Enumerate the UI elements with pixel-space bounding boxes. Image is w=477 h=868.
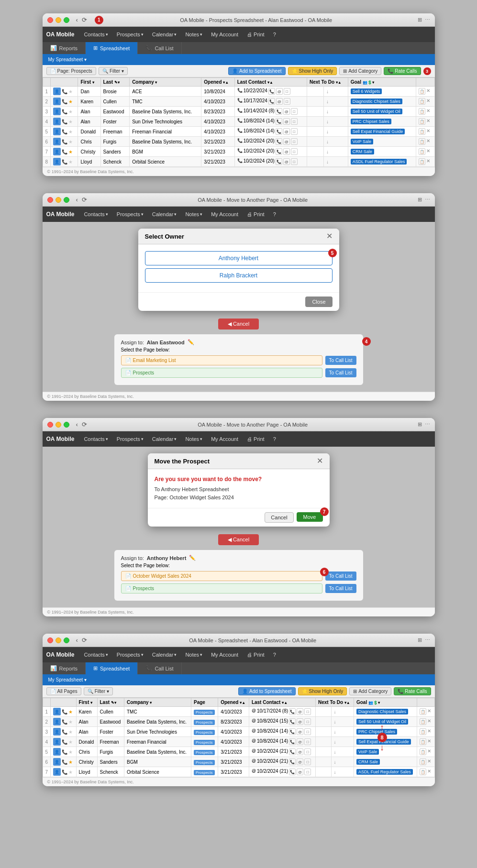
goal-tag[interactable]: Sell 6 Widgets	[351, 88, 382, 94]
nav-myaccount2[interactable]: My Account	[208, 209, 241, 219]
contact-icon-1[interactable]: 📞	[268, 88, 275, 95]
col-first[interactable]: First ▾	[78, 78, 100, 87]
contact-icon-4b[interactable]: @	[297, 718, 303, 725]
avatar4[interactable]: 👤	[53, 748, 61, 756]
maximize-btn[interactable]	[64, 17, 69, 23]
cancel-move-btn[interactable]: Cancel	[265, 512, 293, 523]
copy-icon[interactable]: 📋	[419, 138, 425, 145]
goal-tag4[interactable]: VoIP Sale	[356, 749, 379, 755]
goal-tag[interactable]: Diagnostic Chipset Sales	[351, 99, 402, 104]
col-company4[interactable]: Company ▾	[124, 698, 191, 707]
nav-calendar3[interactable]: Calendar ▾	[149, 434, 180, 444]
rate-calls-btn4[interactable]: 📞 Rate Calls	[394, 687, 431, 695]
col-nexttodo4[interactable]: Next To Do ▾▲	[315, 698, 354, 707]
nav-print1[interactable]: 🖨 Print	[244, 30, 267, 39]
contact-icon-4c[interactable]: □	[304, 718, 311, 725]
goal-tag4[interactable]: ASDL Fuel Regulator Sales	[356, 769, 413, 775]
copy-icon4[interactable]: 📋	[420, 758, 426, 765]
close-btn3[interactable]	[47, 422, 53, 428]
avatar4[interactable]: 👤	[53, 738, 61, 746]
filter-btn1[interactable]: 🔍 Filter ▾	[99, 67, 128, 75]
tab-calllist4[interactable]: 📞 Call List	[138, 662, 181, 674]
contact-icon-4b[interactable]: @	[297, 748, 303, 755]
copy-icon[interactable]: 📋	[419, 148, 425, 155]
star-icon-row[interactable]: ★	[68, 89, 73, 94]
contact-icon-4a[interactable]: 📞	[289, 718, 296, 725]
page-badge[interactable]: Prospects	[194, 740, 215, 745]
nav-calendar1[interactable]: Calendar ▾	[149, 30, 180, 39]
my-spreadsheet-btn4[interactable]: My Spreadsheet ▾	[46, 676, 89, 683]
avatar4[interactable]: 👤	[53, 708, 61, 715]
minimize-btn2[interactable]	[55, 197, 61, 203]
copy-icon4[interactable]: 📋	[420, 769, 426, 775]
copy-icon4[interactable]: 📋	[420, 728, 426, 735]
col-last4[interactable]: Last ✎▾	[97, 698, 124, 707]
minimize-btn4[interactable]	[55, 637, 61, 643]
nav-notes4[interactable]: Notes ▾	[182, 650, 205, 659]
close-btn2[interactable]	[47, 197, 53, 203]
contact-icon-2[interactable]: @	[283, 148, 290, 155]
delete-icon[interactable]: ✕	[426, 148, 430, 155]
contact-icon-1[interactable]: 📞	[276, 138, 282, 145]
tab-calllist1[interactable]: 📞 Call List	[138, 42, 181, 54]
page-badge[interactable]: Prospects	[194, 750, 215, 755]
add-to-spreadsheet-btn1[interactable]: 👤 Add to Spreadsheet	[228, 67, 285, 75]
nav-notes3[interactable]: Notes ▾	[182, 434, 205, 444]
nav-print4[interactable]: 🖨 Print	[244, 650, 267, 659]
to-call-list-btn-prospects3[interactable]: To Call List	[325, 584, 356, 593]
star-icon-row4[interactable]: ★	[68, 709, 73, 714]
tab-spreadsheet1[interactable]: ⊞ Spreadsheet	[86, 42, 138, 54]
edit-icon2[interactable]: ✏️	[188, 339, 194, 345]
modal-close2[interactable]: ✕	[326, 232, 333, 240]
show-high-only-btn4[interactable]: ⭐ Show High Only	[298, 687, 347, 695]
contact-icon-2[interactable]: @	[276, 98, 283, 105]
delete-icon4[interactable]: ✕	[427, 758, 431, 765]
contact-icon-4b[interactable]: @	[297, 758, 303, 765]
copy-icon4[interactable]: 📋	[420, 718, 426, 725]
nav-prospects3[interactable]: Prospects ▾	[114, 434, 146, 444]
contact-icon-2[interactable]: @	[283, 128, 290, 135]
star-icon-row[interactable]: ★	[68, 129, 73, 134]
maximize-btn4[interactable]	[64, 637, 69, 643]
star-icon-row[interactable]: ★	[68, 109, 73, 114]
contact-icon-4a[interactable]: 📞	[289, 708, 296, 715]
page-prospects-btn[interactable]: 📄 Page: Prospects	[46, 67, 96, 75]
contact-icon-4a[interactable]: 📞	[289, 758, 296, 765]
contact-icon-4c[interactable]: □	[304, 738, 311, 745]
goal-tag[interactable]: Sell Expat Financial Guide	[351, 129, 405, 134]
goal-tag[interactable]: Sell 50 Unit of Widget Oil	[351, 109, 402, 114]
owner-anthony-btn[interactable]: Anthony Hebert 5	[145, 251, 333, 265]
contact-icon-4c[interactable]: □	[304, 748, 311, 755]
col-first4[interactable]: First ▾	[76, 698, 97, 707]
nav-notes1[interactable]: Notes ▾	[182, 30, 205, 39]
delete-icon[interactable]: ✕	[426, 118, 430, 125]
col-page4[interactable]: Page	[191, 698, 218, 707]
nav-help3[interactable]: ?	[270, 434, 279, 444]
contact-icon-4a[interactable]: 📞	[289, 728, 296, 735]
contact-icon-4b[interactable]: @	[297, 769, 303, 775]
my-spreadsheet-btn1[interactable]: My Spreadsheet ▾	[46, 56, 89, 63]
col-opened4[interactable]: Opened ▾▲	[218, 698, 249, 707]
avatar[interactable]: 👤	[53, 128, 61, 135]
copy-icon[interactable]: 📋	[419, 88, 425, 95]
contact-icon-4c[interactable]: □	[304, 728, 311, 735]
star-icon-row4[interactable]: ★	[68, 769, 73, 775]
maximize-btn3[interactable]	[64, 422, 69, 428]
contact-icon-2[interactable]: @	[283, 108, 290, 115]
avatar[interactable]: 👤	[53, 88, 61, 95]
contact-icon-3[interactable]: □	[291, 108, 298, 115]
prospects-page-btn3[interactable]: 📄 Prospects	[121, 583, 322, 593]
avatar4[interactable]: 👤	[53, 728, 61, 736]
avatar4[interactable]: 👤	[53, 758, 61, 766]
contact-icon-2[interactable]: @	[283, 118, 290, 125]
contact-icon-4b[interactable]: @	[297, 728, 303, 735]
star-icon-row4[interactable]: ★	[68, 749, 73, 755]
star-icon-row4[interactable]: ★	[68, 759, 73, 765]
back-btn2[interactable]: ‹	[75, 196, 79, 203]
star-icon-row[interactable]: ★	[68, 159, 73, 165]
contact-icon-1[interactable]: 📞	[276, 158, 282, 165]
nav-calendar2[interactable]: Calendar ▾	[149, 209, 180, 219]
forward-btn4[interactable]: ⟳	[81, 637, 88, 644]
delete-icon4[interactable]: ✕	[427, 728, 431, 735]
delete-icon[interactable]: ✕	[426, 108, 430, 115]
